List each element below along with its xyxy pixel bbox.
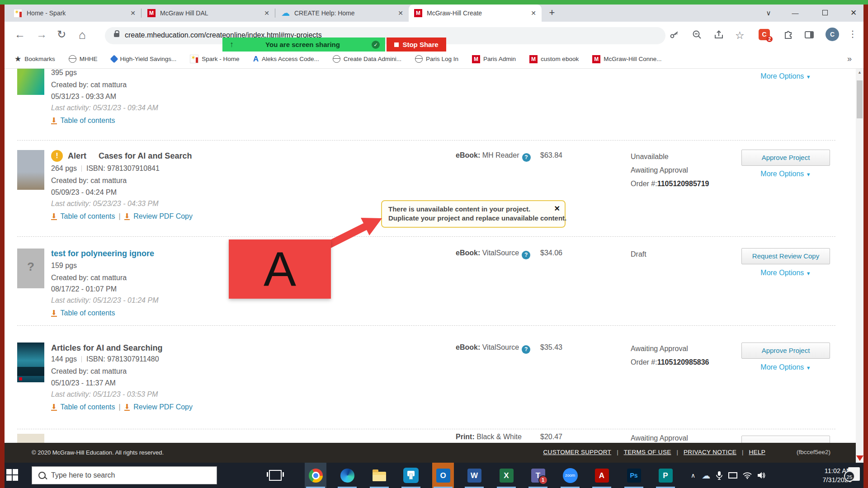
project-last-activity: Last activity: 05/11/23 - 03:53 PM — [51, 390, 158, 399]
toc-link[interactable]: Table of contents — [61, 117, 115, 125]
back-icon[interactable]: ← — [14, 28, 25, 41]
action-button-partial[interactable] — [741, 436, 830, 443]
more-options-link[interactable]: More Options ▼ — [741, 72, 830, 80]
alert-warning-icon: ! — [51, 150, 63, 162]
taskbar-file-explorer[interactable] — [368, 463, 390, 488]
taskbar-fax-app[interactable] — [400, 463, 422, 488]
project-links: ⬇ Table of contents | ⬇ Review PDF Copy — [51, 403, 193, 411]
project-last-activity: Last activity: 05/12/23 - 01:24 PM — [51, 296, 158, 305]
privacy-notice-link[interactable]: PRIVACY NOTICE — [684, 449, 736, 455]
bookmark-star-icon[interactable]: ☆ — [735, 29, 747, 41]
help-icon[interactable]: ? — [522, 251, 530, 259]
tooltip-close-icon[interactable]: ✕ — [554, 204, 560, 213]
project-thumbnail[interactable] — [17, 434, 44, 443]
taskbar-edge[interactable] — [336, 463, 358, 488]
project-thumbnail[interactable]: ? — [17, 249, 44, 288]
approve-project-button[interactable]: Approve Project — [741, 343, 830, 359]
scrollbar-thumb[interactable] — [857, 80, 863, 118]
zoom-out-icon[interactable] — [692, 29, 703, 41]
taskbar-zoom[interactable]: zoom — [559, 463, 581, 488]
tab-search-chevron-icon[interactable]: ∨ — [759, 5, 778, 22]
stop-share-button[interactable]: Stop Share — [387, 38, 446, 52]
taskbar-outlook-active[interactable]: O — [432, 463, 454, 488]
taskbar-acrobat[interactable]: A — [591, 463, 613, 488]
request-review-copy-button[interactable]: Request Review Copy — [741, 248, 830, 264]
bookmark-item-create-data[interactable]: Create Data Admini... — [333, 55, 401, 63]
terms-of-use-link[interactable]: TERMS OF USE — [624, 449, 671, 455]
onedrive-cloud-icon[interactable]: ☁ — [702, 470, 710, 481]
tab-close-icon[interactable]: ✕ — [130, 9, 136, 17]
extension-icon[interactable]: C 2 — [759, 29, 770, 40]
project-links: ⬇ Table of contents — [51, 309, 115, 317]
tab-close-icon[interactable]: ✕ — [531, 9, 536, 17]
window-minimize-button[interactable]: — — [785, 5, 805, 22]
project-pages: 395 pgs — [51, 69, 77, 77]
bookmark-item-paris-login[interactable]: Paris Log In — [415, 55, 458, 63]
bookmark-item-mhhe[interactable]: MHHE — [69, 55, 98, 63]
microphone-icon[interactable] — [716, 471, 723, 480]
tablet-mode-icon[interactable] — [728, 472, 737, 479]
lock-icon[interactable] — [114, 33, 119, 37]
more-options-link[interactable]: More Options ▼ — [741, 170, 830, 178]
taskbar-chrome[interactable] — [305, 463, 326, 488]
new-tab-button[interactable]: + — [545, 7, 559, 19]
project-thumbnail[interactable] — [17, 343, 44, 382]
help-icon[interactable]: ? — [522, 153, 531, 162]
taskbar-photoshop[interactable]: Ps — [623, 463, 645, 488]
bookmark-item-bookmarks[interactable]: ★Bookmarks — [14, 54, 55, 64]
project-title: Articles for AI and Searching — [51, 343, 162, 353]
more-options-link[interactable]: More Options ▼ — [741, 363, 830, 371]
project-thumbnail[interactable] — [17, 150, 44, 190]
tray-chevron-icon[interactable]: ∧ — [691, 472, 695, 479]
page-scrollbar[interactable]: ▲ ▼ — [856, 69, 863, 463]
bookmark-item-spark-home[interactable]: Spark - Home — [190, 55, 239, 63]
review-pdf-link[interactable]: Review PDF Copy — [133, 212, 193, 221]
bookmark-item-custom-ebook[interactable]: Mcustom ebook — [529, 55, 579, 63]
password-key-icon[interactable] — [669, 29, 681, 41]
bookmark-item-aleks[interactable]: AAleks Access Code... — [253, 55, 319, 64]
bookmark-item-mcgraw-conne[interactable]: MMcGraw-Hill Conne... — [592, 55, 661, 63]
taskbar-word[interactable]: W — [463, 463, 485, 488]
taskbar-teams[interactable]: T1 — [527, 463, 549, 488]
tab-home-spark[interactable]: Home - Spark ✕ — [8, 5, 141, 22]
reload-icon[interactable]: ↻ — [57, 28, 66, 41]
taskbar-excel[interactable]: X — [495, 463, 517, 488]
notification-center[interactable]: 25 — [848, 467, 860, 481]
taskbar-search[interactable]: Type here to search — [32, 466, 217, 484]
customer-support-link[interactable]: CUSTOMER SUPPORT — [543, 449, 612, 455]
toc-link[interactable]: Table of contents — [61, 403, 115, 411]
home-icon[interactable]: ⌂ — [79, 28, 86, 42]
scroll-up-icon[interactable]: ▲ — [856, 69, 863, 76]
toc-link[interactable]: Table of contents — [61, 212, 115, 221]
toc-link[interactable]: Table of contents — [61, 309, 115, 317]
task-view-button[interactable] — [264, 463, 286, 488]
tab-mcgraw-dal[interactable]: M McGraw Hill DAL ✕ — [142, 5, 275, 22]
bookmark-item-paris-admin[interactable]: MParis Admin — [472, 55, 516, 63]
tab-create-help[interactable]: ☁ CREATE Help: Home ✕ — [276, 5, 409, 22]
tab-mcgraw-create-active[interactable]: M McGraw-Hill Create ✕ — [409, 5, 542, 22]
extensions-puzzle-icon[interactable] — [783, 29, 795, 41]
more-options-link[interactable]: More Options ▼ — [741, 269, 830, 277]
approve-project-button[interactable]: Approve Project — [741, 150, 830, 166]
tab-close-icon[interactable]: ✕ — [264, 9, 269, 17]
taskbar-publisher[interactable]: P — [655, 463, 676, 488]
forward-icon[interactable]: → — [36, 28, 47, 41]
review-pdf-link[interactable]: Review PDF Copy — [133, 403, 193, 411]
bookmark-item-high-yield[interactable]: High-Yield Savings... — [111, 56, 177, 62]
bookmarks-overflow-chevron[interactable]: » — [847, 54, 852, 64]
help-icon[interactable]: ? — [522, 345, 530, 354]
window-restore-button[interactable] — [815, 5, 835, 22]
tab-close-icon[interactable]: ✕ — [398, 9, 403, 17]
project-thumbnail[interactable] — [17, 69, 44, 95]
help-link[interactable]: HELP — [749, 449, 765, 455]
menu-kebab-icon[interactable]: ⋮ — [848, 28, 857, 39]
speaker-icon[interactable] — [757, 472, 766, 479]
start-button[interactable] — [6, 469, 18, 481]
share-icon[interactable] — [713, 29, 725, 41]
wifi-icon[interactable] — [743, 472, 752, 479]
window-close-button[interactable]: ✕ — [844, 5, 863, 22]
project-title-link[interactable]: test for polyneering ignore — [51, 249, 154, 258]
side-panel-icon[interactable] — [804, 29, 816, 41]
address-bar[interactable]: create.mheducation.com/createonline/inde… — [105, 27, 665, 44]
profile-avatar[interactable]: C — [826, 28, 839, 41]
